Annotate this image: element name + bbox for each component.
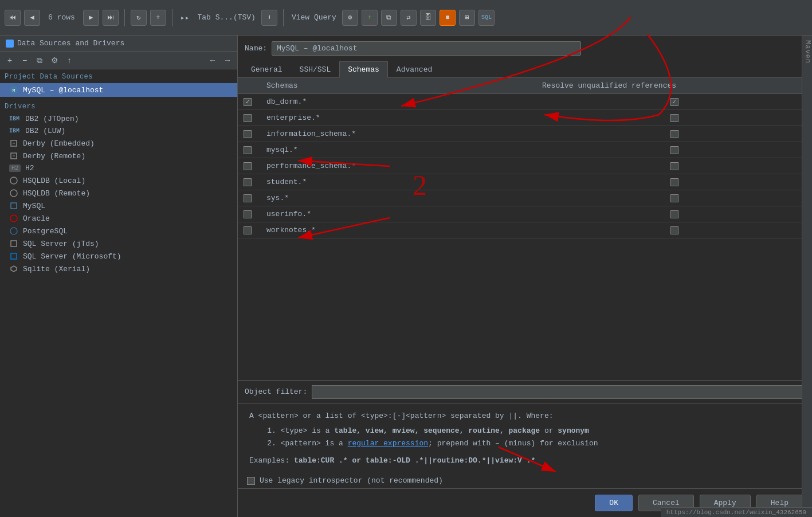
- tab-schemas[interactable]: Schemas: [339, 61, 388, 78]
- resolve-checkbox-8[interactable]: [670, 210, 678, 218]
- schema-check-cell-5[interactable]: [238, 158, 261, 174]
- sidebar: Data Sources and Drivers + − ⧉ ⚙ ↑ ← → P…: [0, 36, 238, 517]
- sync-btn[interactable]: ⇄: [401, 10, 417, 26]
- schema-checkbox-7[interactable]: [244, 194, 252, 202]
- driver-postgresql[interactable]: PostgreSQL: [0, 225, 237, 237]
- driver-hsqldb-local[interactable]: HSQLDB (Local): [0, 174, 237, 187]
- ok-button[interactable]: OK: [595, 495, 633, 511]
- derby-embedded-icon: [9, 139, 18, 148]
- schema-check-cell-3[interactable]: [238, 126, 261, 142]
- remove-datasource-btn[interactable]: −: [18, 54, 31, 66]
- refresh-btn[interactable]: ↻: [131, 10, 147, 26]
- mysql-datasource-item[interactable]: M MySQL – @localhost: [0, 83, 237, 97]
- add-btn[interactable]: +: [150, 10, 166, 26]
- object-filter-input[interactable]: [312, 385, 805, 399]
- schema-name-cell-2: enterprise.*: [261, 110, 536, 126]
- resolve-checkbox-3[interactable]: [670, 130, 678, 138]
- db-icon-btn[interactable]: 🗄: [420, 10, 436, 26]
- schema-check-cell-2[interactable]: [238, 110, 261, 126]
- nav-next-btn[interactable]: ▶: [83, 10, 99, 26]
- driver-hsqldb-remote[interactable]: HSQLDB (Remote): [0, 187, 237, 199]
- schema-resolve-cell-8[interactable]: [536, 206, 812, 222]
- schema-checkbox-5[interactable]: [244, 162, 252, 170]
- driver-derby-embedded[interactable]: Derby (Embedded): [0, 137, 237, 150]
- driver-db2-jtopen[interactable]: IBM DB2 (JTOpen): [0, 113, 237, 125]
- schema-resolve-cell-6[interactable]: [536, 174, 812, 190]
- name-input[interactable]: [272, 41, 581, 56]
- settings-btn[interactable]: ⚙: [342, 10, 358, 26]
- oracle-icon: [9, 214, 18, 223]
- driver-db2-luw-label: DB2 (LUW): [25, 127, 65, 135]
- dialog-titlebar: Data Sources and Drivers: [0, 36, 237, 52]
- add-green-btn[interactable]: +: [362, 10, 378, 26]
- tab-general[interactable]: General: [242, 61, 291, 77]
- nav-last-btn[interactable]: ⏭: [103, 10, 119, 26]
- toolbar-sep-2: [172, 9, 172, 26]
- resolve-checkbox-4[interactable]: [670, 146, 678, 154]
- checkbox-header-col: [238, 78, 261, 93]
- schema-row-enterprise: enterprise.*: [238, 110, 812, 126]
- schema-resolve-cell-5[interactable]: [536, 158, 812, 174]
- tab-ssh-ssl[interactable]: SSH/SSL: [291, 61, 340, 77]
- schema-check-cell-4[interactable]: [238, 142, 261, 158]
- resolve-checkbox-9[interactable]: [670, 226, 678, 234]
- download-btn[interactable]: ⬇: [261, 10, 277, 26]
- schema-resolve-cell-2[interactable]: [536, 110, 812, 126]
- add-datasource-btn[interactable]: +: [3, 54, 16, 66]
- schema-checkbox-8[interactable]: [244, 210, 252, 218]
- resolve-checkbox-7[interactable]: [670, 194, 678, 202]
- nav-first-btn[interactable]: ⏮: [5, 10, 21, 26]
- driver-mysql[interactable]: MySQL: [0, 199, 237, 212]
- legacy-checkbox[interactable]: [247, 477, 255, 485]
- schema-row-worknotes: worknotes.*: [238, 222, 812, 238]
- schema-resolve-cell-9[interactable]: [536, 222, 812, 238]
- driver-sqlserver-jtds[interactable]: SQL Server (jTds): [0, 237, 237, 250]
- stop-btn[interactable]: ■: [440, 10, 456, 26]
- ibm-badge-2: IBM: [9, 128, 19, 134]
- sqlserver-ms-icon: [9, 252, 18, 261]
- schema-name-cell-5: performance_schema.*: [261, 158, 536, 174]
- maven-tab[interactable]: Maven: [802, 36, 812, 517]
- schema-check-cell-1[interactable]: [238, 94, 261, 109]
- schema-checkbox-4[interactable]: [244, 146, 252, 154]
- config-btn[interactable]: ⚙: [48, 54, 61, 66]
- resolve-checkbox-1[interactable]: [670, 98, 678, 106]
- sql-btn[interactable]: SQL: [478, 10, 495, 26]
- driver-derby-remote[interactable]: Derby (Remote): [0, 150, 237, 162]
- driver-postgresql-label: PostgreSQL: [23, 227, 68, 236]
- schema-checkbox-3[interactable]: [244, 130, 252, 138]
- schema-resolve-cell-7[interactable]: [536, 190, 812, 206]
- nav-back-btn[interactable]: ←: [206, 54, 219, 66]
- schema-resolve-cell-3[interactable]: [536, 126, 812, 142]
- sqlserver-jtds-icon: [9, 239, 18, 248]
- driver-h2[interactable]: H2 H2: [0, 162, 237, 174]
- regular-expression-link[interactable]: regular expression: [348, 439, 428, 448]
- resolve-checkbox-6[interactable]: [670, 178, 678, 186]
- nav-prev-btn[interactable]: ◀: [24, 10, 40, 26]
- schema-checkbox-9[interactable]: [244, 226, 252, 234]
- schema-checkbox-2[interactable]: [244, 114, 252, 122]
- duplicate-btn[interactable]: ⧉: [33, 54, 46, 66]
- driver-oracle[interactable]: Oracle: [0, 212, 237, 225]
- grid-btn[interactable]: ⊞: [459, 10, 475, 26]
- schema-check-cell-8[interactable]: [238, 206, 261, 222]
- svg-point-4: [10, 215, 17, 222]
- copy-btn[interactable]: ⧉: [381, 10, 397, 26]
- schema-name-cell-3: information_schema.*: [261, 126, 536, 142]
- schema-checkbox-6[interactable]: [244, 178, 252, 186]
- schema-checkbox-1[interactable]: [244, 98, 252, 106]
- schema-check-cell-6[interactable]: [238, 174, 261, 190]
- driver-sqlserver-microsoft[interactable]: SQL Server (Microsoft): [0, 250, 237, 263]
- schema-resolve-cell-1[interactable]: [536, 94, 812, 109]
- resolve-checkbox-2[interactable]: [670, 114, 678, 122]
- schema-resolve-cell-4[interactable]: [536, 142, 812, 158]
- svg-rect-6: [11, 241, 17, 246]
- driver-db2-luw[interactable]: IBM DB2 (LUW): [0, 125, 237, 137]
- resolve-checkbox-5[interactable]: [670, 162, 678, 170]
- driver-sqlite[interactable]: Sqlite (Xerial): [0, 263, 237, 275]
- schema-check-cell-7[interactable]: [238, 190, 261, 206]
- nav-forward-btn[interactable]: →: [221, 54, 234, 66]
- tab-advanced[interactable]: Advanced: [388, 61, 441, 77]
- export-btn[interactable]: ↑: [63, 54, 76, 66]
- schema-check-cell-9[interactable]: [238, 222, 261, 238]
